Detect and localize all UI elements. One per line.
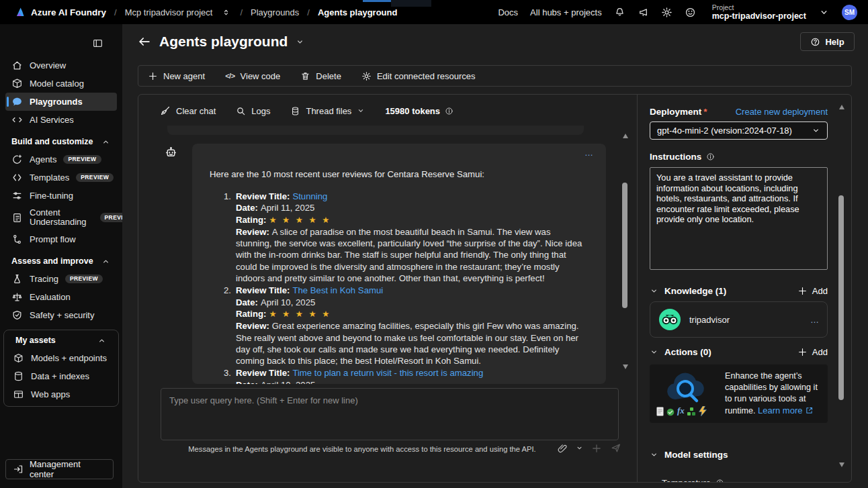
sidebar-item-overview[interactable]: Overview bbox=[5, 56, 117, 75]
plus-icon bbox=[797, 347, 808, 357]
review-text: Great experience amazing facilities, esp… bbox=[236, 321, 578, 366]
brand[interactable]: Azure AI Foundry bbox=[15, 7, 106, 17]
review-title-label: Review Title: bbox=[236, 191, 290, 201]
sidebar-item-prompt-flow[interactable]: Prompt flow bbox=[5, 230, 117, 248]
project-selector[interactable]: Project mcp-tripadvisor-project bbox=[712, 3, 806, 21]
sidebar-item-tracing[interactable]: Tracing PREVIEW bbox=[5, 270, 117, 288]
edit-connected-resources-button[interactable]: Edit connected resources bbox=[361, 71, 476, 81]
promo-lightning-icon bbox=[699, 406, 707, 416]
add-action-button[interactable]: Add bbox=[797, 347, 828, 357]
announcements-megaphone-icon[interactable] bbox=[638, 7, 649, 18]
promo-text: Enhance the agent’s capabilities by allo… bbox=[725, 371, 821, 417]
collapse-sidebar-icon[interactable] bbox=[92, 38, 103, 49]
clear-chat-button[interactable]: Clear chat bbox=[160, 105, 216, 116]
view-code-button[interactable]: </> View code bbox=[225, 71, 280, 81]
config-scrollbar-thumb[interactable] bbox=[838, 195, 844, 400]
knowledge-item-more-options[interactable]: … bbox=[810, 315, 819, 325]
breadcrumb-project[interactable]: Mcp tripadvisor project bbox=[125, 7, 213, 17]
sidebar-item-models-endpoints[interactable]: Models + endpoints bbox=[7, 349, 116, 367]
sidebar-item-agents[interactable]: Agents PREVIEW bbox=[5, 150, 117, 168]
model-settings-section-header[interactable]: Model settings bbox=[650, 446, 828, 462]
send-icon[interactable] bbox=[610, 442, 621, 454]
external-link-icon[interactable] bbox=[805, 406, 814, 415]
section-build-and-customize[interactable]: Build and customize bbox=[0, 133, 122, 150]
section-my-assets[interactable]: My assets bbox=[4, 332, 118, 349]
chevron-down-icon[interactable] bbox=[296, 38, 304, 46]
management-center-button[interactable]: Management center bbox=[5, 459, 114, 479]
sidebar-item-fine-tuning[interactable]: Fine-tuning bbox=[5, 187, 117, 205]
playground-panel: Clear chat Logs Thread files 15980 token… bbox=[138, 94, 852, 483]
review-title-link[interactable]: Stunning bbox=[292, 191, 327, 201]
add-knowledge-button[interactable]: Add bbox=[797, 286, 828, 296]
help-button[interactable]: Help bbox=[800, 32, 855, 51]
project-switcher-icon[interactable] bbox=[220, 7, 232, 18]
instructions-input[interactable]: You are a travel assistant to provide in… bbox=[650, 167, 828, 270]
paperclip-icon[interactable] bbox=[558, 443, 568, 453]
promo-blocks-icon bbox=[687, 407, 696, 416]
feedback-smiley-icon[interactable] bbox=[685, 7, 696, 18]
scrollbar-down-arrow[interactable] bbox=[839, 462, 844, 467]
deployment-value: gpt-4o-mini-2 (version:2024-07-18) bbox=[657, 126, 792, 136]
chevron-down-icon bbox=[650, 348, 658, 356]
promo-document-icon bbox=[656, 407, 664, 416]
knowledge-item-card[interactable]: tripadvisor … bbox=[650, 301, 828, 338]
notifications-bell-icon[interactable] bbox=[614, 7, 625, 18]
chat-scrollbar-thumb[interactable] bbox=[622, 183, 627, 308]
info-icon[interactable] bbox=[445, 107, 453, 115]
review-number: 2. bbox=[222, 285, 231, 367]
chevron-down-icon[interactable] bbox=[576, 444, 583, 452]
scrollbar-down-arrow[interactable] bbox=[623, 364, 628, 369]
settings-gear-icon[interactable] bbox=[661, 7, 672, 18]
section-label: My assets bbox=[15, 336, 56, 345]
help-question-icon bbox=[810, 37, 820, 47]
scrollbar-up-arrow[interactable] bbox=[839, 105, 844, 109]
section-assess-and-improve[interactable]: Assess and improve bbox=[0, 252, 122, 270]
browser-artifact bbox=[363, 0, 391, 2]
actions-section-header[interactable]: Actions (0) Add bbox=[650, 344, 828, 360]
info-icon[interactable] bbox=[715, 479, 724, 483]
sidebar-item-label: Evaluation bbox=[30, 292, 71, 302]
deployment-select[interactable]: gpt-4o-mini-2 (version:2024-07-18) bbox=[650, 121, 828, 140]
section-label: Build and customize bbox=[11, 137, 93, 146]
review-title-link[interactable]: Time to plan a return visit - this resor… bbox=[292, 368, 483, 378]
add-message-icon[interactable] bbox=[591, 443, 602, 454]
thread-files-button[interactable]: Thread files bbox=[290, 106, 365, 116]
list-item: 2. Review Title:The Best in Koh Samui Da… bbox=[222, 285, 589, 367]
logs-button[interactable]: Logs bbox=[236, 106, 270, 116]
back-arrow-icon[interactable] bbox=[138, 35, 151, 48]
review-title-link[interactable]: The Best in Koh Samui bbox=[292, 285, 383, 295]
scrollbar-up-arrow[interactable] bbox=[623, 134, 628, 138]
sidebar-item-content-understanding[interactable]: Content Understanding PREVIEW bbox=[5, 205, 117, 230]
create-new-deployment-link[interactable]: Create new deployment bbox=[736, 107, 828, 117]
docs-link[interactable]: Docs bbox=[498, 7, 518, 17]
breadcrumb-playgrounds[interactable]: Playgrounds bbox=[251, 7, 299, 17]
new-agent-button[interactable]: New agent bbox=[148, 71, 205, 81]
all-hubs-link[interactable]: All hubs + projects bbox=[530, 7, 602, 17]
delete-button[interactable]: Delete bbox=[300, 71, 341, 81]
sidebar-item-templates[interactable]: Templates PREVIEW bbox=[5, 168, 117, 187]
sidebar-item-ai-services[interactable]: AI Services bbox=[5, 111, 117, 129]
plus-icon bbox=[148, 71, 158, 81]
sidebar-item-playgrounds[interactable]: Playgrounds bbox=[5, 93, 117, 111]
review-number: 3. bbox=[222, 367, 231, 384]
sidebar-item-label: Web apps bbox=[31, 389, 70, 399]
sidebar-item-safety-security[interactable]: Safety + security bbox=[5, 306, 117, 324]
delete-label: Delete bbox=[316, 71, 341, 81]
sidebar-item-label: Fine-tuning bbox=[30, 191, 73, 201]
web-apps-icon bbox=[13, 389, 24, 400]
sidebar-item-data-indexes[interactable]: Data + indexes bbox=[7, 367, 116, 385]
message-more-options[interactable]: … bbox=[584, 148, 594, 158]
learn-more-link[interactable]: Learn more bbox=[758, 405, 802, 416]
chat-input[interactable] bbox=[161, 388, 619, 440]
info-icon[interactable] bbox=[706, 152, 715, 161]
sidebar-item-label: Models + endpoints bbox=[31, 353, 107, 363]
temperature-row: Temperature bbox=[662, 475, 840, 483]
sidebar-item-web-apps[interactable]: Web apps bbox=[7, 385, 116, 403]
chevron-down-icon[interactable] bbox=[818, 7, 830, 18]
avatar[interactable]: SM bbox=[842, 5, 857, 20]
sidebar-item-model-catalog[interactable]: Model catalog bbox=[5, 75, 117, 93]
review-list: 1. Review Title:Stunning Date:April 11, … bbox=[210, 191, 589, 384]
knowledge-section-header[interactable]: Knowledge (1) Add bbox=[650, 283, 828, 299]
sidebar-item-evaluation[interactable]: Evaluation bbox=[5, 288, 117, 306]
thread-files-label: Thread files bbox=[306, 106, 351, 116]
